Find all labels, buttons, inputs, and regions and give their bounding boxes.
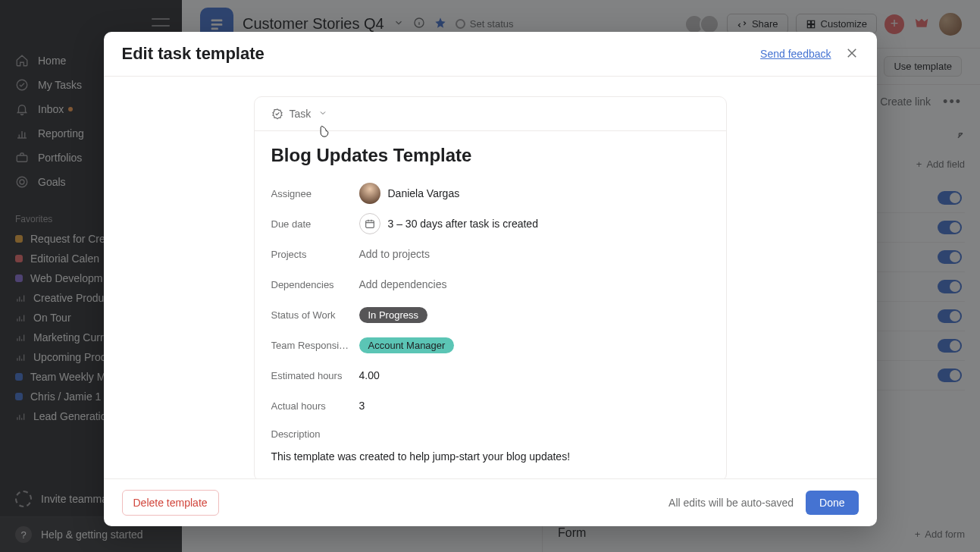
estimated-hours-value: 4.00 <box>359 369 380 381</box>
estimated-hours-row[interactable]: Estimated hours 4.00 <box>271 360 709 390</box>
estimated-hours-label: Estimated hours <box>271 370 359 381</box>
dependencies-label: Dependencies <box>271 279 359 290</box>
close-icon[interactable] <box>845 46 859 62</box>
template-card: Task Blog Updates Template Assignee Dani… <box>254 96 727 478</box>
dependencies-row[interactable]: Dependencies Add dependencies <box>271 269 709 300</box>
projects-row[interactable]: Projects Add to projects <box>271 239 709 269</box>
due-date-label: Due date <box>271 218 359 230</box>
delete-template-button[interactable]: Delete template <box>122 490 219 516</box>
chevron-down-icon <box>318 108 327 120</box>
team-label: Team Responsi… <box>271 340 359 351</box>
autosave-note: All edits will be auto-saved <box>668 497 794 509</box>
task-badge-icon <box>271 108 283 120</box>
svg-rect-12 <box>365 221 374 227</box>
assignee-row[interactable]: Assignee Daniela Vargas <box>271 178 709 209</box>
modal-overlay[interactable]: Edit task template Send feedback T <box>0 0 980 552</box>
task-type-dropdown[interactable]: Task <box>255 97 726 131</box>
send-feedback-link[interactable]: Send feedback <box>760 48 831 60</box>
assignee-label: Assignee <box>271 188 359 199</box>
modal-title: Edit task template <box>122 44 265 64</box>
template-title[interactable]: Blog Updates Template <box>271 145 709 166</box>
due-date-value: 3 – 30 days after task is created <box>388 218 538 230</box>
status-label: Status of Work <box>271 309 359 321</box>
dependencies-value: Add dependencies <box>359 278 447 290</box>
done-button[interactable]: Done <box>806 491 858 515</box>
description-label: Description <box>271 421 709 440</box>
actual-hours-value: 3 <box>359 400 365 412</box>
actual-hours-label: Actual hours <box>271 400 359 412</box>
description-text[interactable]: This template was created to help jump-s… <box>271 440 709 463</box>
projects-label: Projects <box>271 249 359 260</box>
due-date-row[interactable]: Due date 3 – 30 days after task is creat… <box>271 209 709 239</box>
actual-hours-row[interactable]: Actual hours 3 <box>271 390 709 421</box>
team-row[interactable]: Team Responsi… Account Manager <box>271 330 709 360</box>
assignee-value: Daniela Vargas <box>388 187 460 199</box>
projects-value: Add to projects <box>359 248 430 260</box>
status-pill: In Progress <box>359 307 427 323</box>
task-type-label: Task <box>290 108 312 120</box>
assignee-avatar <box>359 183 380 204</box>
team-pill: Account Manager <box>359 337 455 353</box>
status-row[interactable]: Status of Work In Progress <box>271 300 709 330</box>
edit-task-template-modal: Edit task template Send feedback T <box>104 32 877 526</box>
calendar-icon <box>359 213 380 234</box>
